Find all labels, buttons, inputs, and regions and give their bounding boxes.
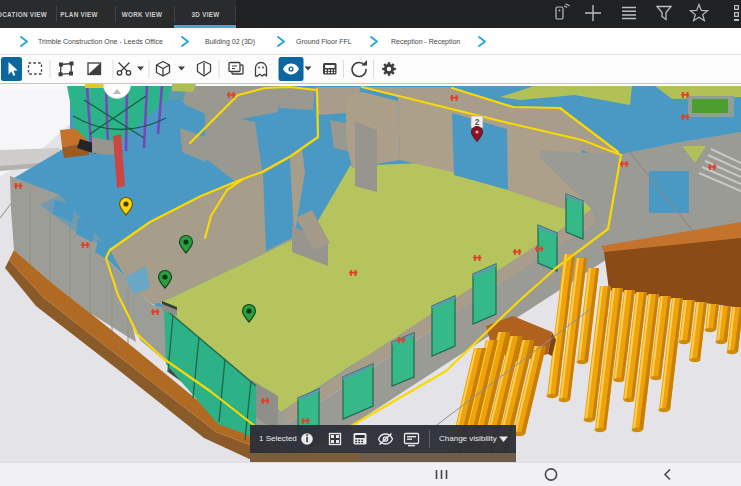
svg-text:2: 2 (475, 117, 480, 127)
